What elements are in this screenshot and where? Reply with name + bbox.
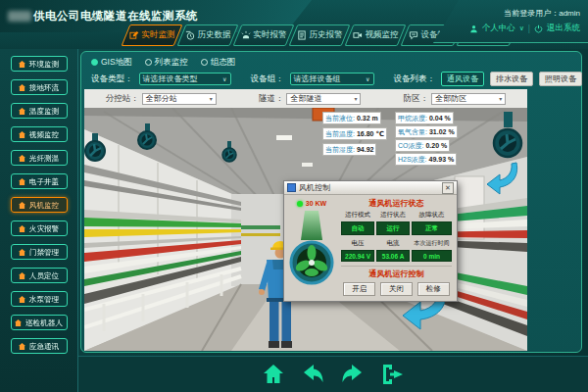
fault-state-label: 故障状态: [412, 211, 452, 220]
view-mode-row: GIS地图 列表监控 组态图: [91, 55, 235, 70]
device-type-select[interactable]: 请选择设备类型∨: [139, 73, 231, 85]
device-button-ventilation[interactable]: 通风设备: [441, 72, 484, 86]
fan-control-dialog: 风机控制 ✕ 30 KW: [283, 180, 458, 302]
radio-dot: [201, 59, 208, 66]
house-icon: [19, 155, 25, 162]
run-mode-value: 自动: [341, 221, 374, 235]
sensor-methane: 甲烷浓度:0.04 %: [395, 112, 454, 124]
sensor-liquid-level: 当前液位:0.32 m: [322, 112, 381, 124]
sidebar-item-access-control[interactable]: 门禁管理: [11, 244, 68, 260]
tab-video-monitor[interactable]: 视频监控: [345, 24, 407, 46]
person-icon: [469, 24, 478, 33]
select-arrow-icon: ∨: [222, 75, 226, 82]
logout-link[interactable]: 退出系统: [547, 23, 580, 34]
select-arrow-icon: ▾: [354, 95, 357, 102]
voltage-value: 220.94 V: [341, 250, 374, 262]
tab-realtime-monitor[interactable]: 实时监测: [122, 24, 183, 46]
sidebar-item-manhole-cover[interactable]: 电子井盖: [11, 173, 68, 189]
sidebar-item-fire-alarm[interactable]: 火灾报警: [11, 220, 68, 236]
select-arrow-icon: ▾: [499, 95, 502, 102]
fan-graphic: [289, 209, 334, 293]
sidebar-item-ground-current[interactable]: 接地环流: [11, 79, 68, 95]
sidebar: 环境监测 接地环流 温度监测 视频监控 光纤测温 电子井盖 风机监控 火灾报警 …: [0, 49, 78, 392]
device-type-label: 设备类型：: [91, 74, 133, 85]
dialog-title: 风机控制: [299, 182, 439, 193]
sensor-h2s: H2S浓度:49.93 %: [395, 153, 457, 166]
sidebar-item-personnel-location[interactable]: 人员定位: [11, 268, 68, 283]
tunnel-select[interactable]: 全部隧道▾: [286, 93, 361, 105]
dialog-divider: [341, 266, 452, 267]
house-icon: [19, 343, 25, 350]
device-chat-icon: [409, 30, 418, 40]
fan-stop-button[interactable]: 关闭: [380, 282, 413, 296]
house-icon: [19, 108, 25, 115]
sidebar-item-pump-manage[interactable]: 水泵管理: [11, 291, 68, 307]
alarm-lamp-icon: [241, 30, 251, 40]
device-button-drainage[interactable]: 排水设备: [490, 72, 533, 86]
power-led-indicator: [297, 201, 303, 207]
redacted-company-name: [8, 11, 31, 22]
sidebar-item-env-monitor[interactable]: 环境监测: [11, 56, 68, 72]
power-icon: [534, 24, 543, 33]
sensor-oxygen: 氧气含量:31.02 %: [395, 125, 458, 138]
station-select[interactable]: 全部分站▾: [142, 93, 217, 105]
house-icon: [19, 296, 25, 303]
device-group-select[interactable]: 请选择设备组∨: [290, 73, 374, 85]
radio-gis-map[interactable]: GIS地图: [91, 57, 132, 69]
app-window: 供电公司电缆隧道在线监测系统 实时监测 历史数据 实时报警: [0, 0, 588, 392]
history-doc-icon: [297, 30, 307, 40]
sidebar-item-video-monitor[interactable]: 视频监控: [11, 126, 68, 142]
radio-dot: [145, 59, 152, 66]
tab-history-alarm[interactable]: 历史报警: [289, 24, 351, 46]
header: 供电公司电缆隧道在线监测系统 实时监测 历史数据 实时报警: [0, 0, 588, 49]
monitor-edit-icon: [129, 30, 139, 40]
fan-status-header: 通风机运行状态: [341, 198, 452, 209]
device-group-label: 设备组：: [251, 74, 284, 85]
sidebar-item-inspection-robot[interactable]: 巡检机器人: [11, 315, 68, 330]
fan-power-label: 30 KW: [306, 200, 326, 207]
home-icon[interactable]: [262, 363, 285, 386]
device-filter-row: 设备类型： 请选择设备类型∨ 设备组： 请选择设备组∨ 设备列表： 通风设备 排…: [91, 71, 582, 87]
house-icon: [19, 272, 25, 279]
device-list-label: 设备列表：: [394, 74, 436, 85]
fan-control-header: 通风机运行控制: [341, 269, 452, 279]
tab-realtime-alarm[interactable]: 实时报警: [233, 24, 295, 46]
dialog-titlebar[interactable]: 风机控制 ✕: [284, 181, 457, 195]
sidebar-item-temp-monitor[interactable]: 温度监测: [11, 103, 68, 119]
voltage-label: 电压: [341, 239, 374, 248]
current-user-label: 当前登录用户：admin: [504, 8, 580, 19]
fan-overhaul-button[interactable]: 检修: [417, 282, 450, 296]
house-icon: [19, 178, 25, 185]
device-button-lighting[interactable]: 照明设备: [539, 72, 582, 86]
close-icon[interactable]: ✕: [442, 182, 454, 194]
radio-list-monitor[interactable]: 列表监控: [145, 57, 188, 69]
exit-icon[interactable]: [380, 363, 406, 386]
undo-arrow-icon[interactable]: [300, 363, 325, 386]
tab-history-data[interactable]: 历史数据: [177, 24, 239, 46]
current-label: 电流: [376, 239, 410, 248]
station-label: 分控站：: [106, 93, 139, 105]
sidebar-item-fan-monitor[interactable]: 风机监控: [11, 197, 68, 213]
radio-scada-diagram[interactable]: 组态图: [201, 57, 236, 69]
redo-arrow-icon[interactable]: [340, 363, 366, 386]
house-icon: [15, 319, 22, 326]
select-arrow-icon: ∨: [366, 75, 369, 82]
select-arrow-icon: ▾: [210, 95, 213, 102]
zone-select[interactable]: 全部防区▾: [431, 93, 506, 105]
bottom-nav-bar: [78, 356, 588, 392]
location-filter-bar: 分控站： 全部分站▾ 隧道： 全部隧道▾ 防区： 全部防区▾: [84, 89, 527, 108]
chevron-down-icon[interactable]: ∨: [519, 24, 524, 32]
fan-start-button[interactable]: 开启: [343, 282, 375, 296]
run-mode-label: 运行模式: [341, 211, 374, 220]
dialog-icon: [287, 183, 296, 192]
sensor-humidity: 当前湿度:94.92: [322, 143, 376, 156]
radio-dot: [91, 59, 98, 66]
personal-center-link[interactable]: 个人中心: [482, 23, 515, 34]
user-panel: 当前登录用户：admin 个人中心 ∨ | 退出系统: [433, 0, 588, 43]
run-state-label: 运行状态: [376, 211, 410, 220]
history-clock-icon: [185, 30, 195, 40]
house-icon: [19, 84, 25, 91]
sidebar-item-fiber-temp[interactable]: 光纤测温: [11, 150, 68, 166]
runtime-value: 0 min: [412, 250, 452, 262]
sidebar-item-emergency-comm[interactable]: 应急通讯: [11, 338, 68, 354]
